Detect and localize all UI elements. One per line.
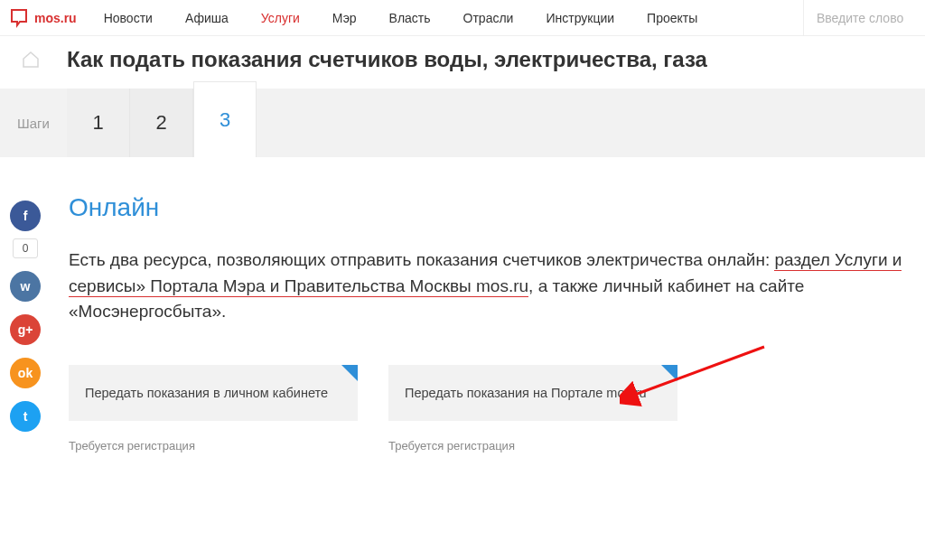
card-label: Передать показания в личном кабинете [85, 386, 328, 400]
card-personal-cabinet[interactable]: Передать показания в личном кабинете [69, 365, 358, 421]
card-2-wrap: Передать показания на Портале mos.ru Тре… [388, 365, 677, 453]
nav-services[interactable]: Услуги [245, 0, 316, 35]
logo-icon [9, 8, 29, 28]
main-area: Онлайн Есть два ресурса, позволяющих отп… [51, 157, 925, 453]
twitter-icon: t [23, 409, 28, 424]
card-1-sub: Требуется регистрация [69, 439, 358, 453]
nav-projects[interactable]: Проекты [631, 0, 714, 35]
nav-instructions[interactable]: Инструкции [529, 0, 631, 35]
card-label: Передать показания на Портале mos.ru [405, 386, 647, 400]
steps-bar: Шаги 1 2 3 [0, 89, 925, 157]
home-icon[interactable] [13, 51, 49, 69]
content: f 0 w g+ ok t Онлайн Есть два ресурса, п… [0, 157, 925, 453]
nav-industries[interactable]: Отрасли [447, 0, 530, 35]
share-count: 0 [13, 238, 38, 258]
share-googleplus[interactable]: g+ [10, 314, 41, 345]
nav-afisha[interactable]: Афиша [169, 0, 245, 35]
topbar: mos.ru Новости Афиша Услуги Мэр Власть О… [0, 0, 925, 36]
share-twitter[interactable]: t [10, 401, 41, 432]
nav-power[interactable]: Власть [373, 0, 447, 35]
step-3[interactable]: 3 [193, 81, 257, 157]
text-pre: Есть два ресурса, позволяющих отправить … [69, 250, 774, 269]
ok-icon: ok [18, 366, 33, 380]
googleplus-icon: g+ [18, 322, 33, 337]
nav-news[interactable]: Новости [88, 0, 169, 35]
card-1-wrap: Передать показания в личном кабинете Тре… [69, 365, 358, 453]
search-placeholder: Введите слово [817, 11, 903, 25]
card-corner-icon [341, 365, 358, 381]
step-2[interactable]: 2 [130, 89, 193, 157]
share-column: f 0 w g+ ok t [0, 157, 51, 453]
title-row: Как подать показания счетчиков воды, эле… [0, 36, 925, 89]
section-text: Есть два ресурса, позволяющих отправить … [69, 247, 903, 325]
vk-icon: w [21, 279, 31, 294]
steps-label: Шаги [0, 89, 67, 157]
main-nav: Новости Афиша Услуги Мэр Власть Отрасли … [88, 0, 803, 35]
step-1[interactable]: 1 [67, 89, 130, 157]
nav-mayor[interactable]: Мэр [316, 0, 373, 35]
card-portal-mosru[interactable]: Передать показания на Портале mos.ru [388, 365, 677, 421]
share-ok[interactable]: ok [10, 358, 41, 388]
section-heading: Онлайн [69, 193, 903, 222]
page-title: Как подать показания счетчиков воды, эле… [49, 47, 707, 72]
logo-text: mos.ru [34, 11, 77, 25]
site-logo[interactable]: mos.ru [0, 8, 88, 28]
action-cards: Передать показания в личном кабинете Тре… [69, 365, 903, 453]
card-corner-icon [661, 365, 677, 381]
card-2-sub: Требуется регистрация [388, 439, 677, 453]
share-vk[interactable]: w [10, 271, 41, 302]
search-input[interactable]: Введите слово [803, 0, 925, 35]
facebook-icon: f [23, 209, 28, 223]
share-facebook[interactable]: f [10, 201, 41, 231]
